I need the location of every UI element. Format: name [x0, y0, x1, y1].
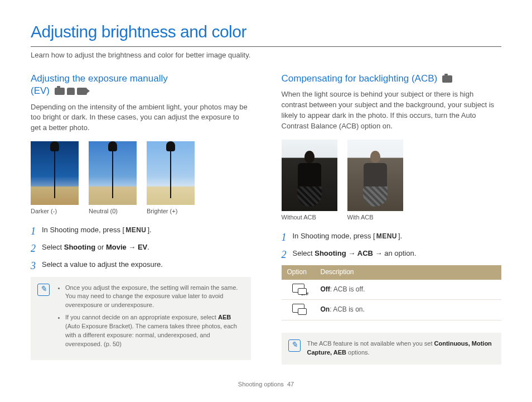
menu-button-label: MENU: [375, 232, 398, 241]
step-text: → an option.: [373, 249, 416, 257]
bold: Movie: [106, 243, 127, 251]
step-text: ].: [148, 226, 152, 234]
bold: Shooting: [315, 249, 346, 257]
caption-brighter: Brighter (+): [147, 207, 195, 216]
note-text: If you cannot decide on an appropriate e…: [65, 314, 218, 320]
note-item: Once you adjust the exposure, the settin…: [65, 284, 243, 310]
sample-without-acb: [282, 140, 337, 211]
page-footer: Shooting options 47: [31, 380, 501, 389]
page-title: Adjusting brightness and color: [31, 20, 501, 47]
acb-note-box: ✎ The ACB feature is not available when …: [282, 333, 502, 365]
menu-button-label: MENU: [124, 226, 147, 235]
ev-heading: Adjusting the exposure manually (EV): [31, 73, 251, 97]
page-number: 47: [287, 381, 294, 387]
acb-heading-text: Compensating for backlighting (ACB): [282, 73, 438, 84]
acb-off-icon: OFF: [292, 284, 304, 293]
step-text: or: [95, 243, 106, 251]
sample-neutral: [89, 141, 137, 205]
acb-step-1: In Shooting mode, press [MENU].: [282, 231, 502, 242]
cell-text: : ACB is off.: [330, 285, 365, 293]
note-icon: ✎: [288, 339, 301, 352]
camera-mode-icon: [442, 75, 452, 83]
ev-step-1: In Shooting mode, press [MENU].: [31, 225, 251, 236]
acb-intro: When the light source is behind your sub…: [282, 89, 502, 131]
video-mode-icon: [77, 88, 87, 95]
bold: ACB: [357, 249, 373, 257]
step-text: In Shooting mode, press [: [42, 226, 124, 234]
ev-step-3: Select a value to adjust the exposure.: [31, 260, 251, 270]
acb-sample-row: Without ACB With ACB: [282, 140, 502, 222]
acb-heading: Compensating for backlighting (ACB): [282, 73, 502, 85]
step-text: Select: [293, 249, 315, 257]
sample-darker: [31, 141, 79, 205]
acb-steps: In Shooting mode, press [MENU]. Select S…: [282, 231, 502, 259]
left-column: Adjusting the exposure manually (EV) Dep…: [31, 73, 251, 365]
anti-shake-mode-icon: [67, 88, 75, 95]
acb-on-icon: [292, 304, 304, 313]
step-text: Select: [42, 243, 64, 251]
right-column: Compensating for backlighting (ACB) When…: [282, 73, 502, 365]
table-header-option: Option: [282, 265, 315, 279]
table-row: On: ACB is on.: [282, 300, 502, 320]
ev-step-2: Select Shooting or Movie → EV.: [31, 242, 251, 253]
ev-note-box: ✎ Once you adjust the exposure, the sett…: [31, 277, 251, 361]
ev-intro: Depending on the intensity of the ambien…: [31, 102, 251, 134]
bold: On: [321, 305, 330, 313]
caption-neutral: Neutral (0): [89, 207, 137, 216]
camera-mode-icon: [55, 88, 65, 95]
step-text: .: [147, 243, 149, 251]
step-text: ].: [398, 232, 402, 240]
ev-steps: In Shooting mode, press [MENU]. Select S…: [31, 225, 251, 270]
caption-with-acb: With ACB: [347, 213, 403, 222]
note-text: The ACB feature is not available when yo…: [307, 340, 434, 347]
bold: Shooting: [64, 243, 95, 251]
ev-sample-row: Darker (-) Neutral (0) Brighter (+): [31, 141, 251, 216]
step-text: →: [346, 249, 357, 257]
caption-darker: Darker (-): [31, 207, 79, 216]
acb-options-table: Option Description OFF Off: ACB is off. …: [282, 265, 502, 320]
caption-without-acb: Without ACB: [282, 213, 337, 222]
sample-with-acb: [347, 140, 403, 211]
ev-heading-line2: (EV): [31, 85, 50, 96]
page-lead: Learn how to adjust the brightness and c…: [31, 50, 501, 61]
table-header-description: Description: [315, 265, 502, 279]
ev-heading-line1: Adjusting the exposure manually: [31, 73, 168, 84]
bold: AEB: [218, 314, 231, 320]
note-text: (Auto Exposure Bracket). The camera take…: [65, 323, 237, 347]
step-text: →: [127, 243, 138, 251]
footer-section: Shooting options: [238, 381, 284, 387]
note-icon: ✎: [37, 284, 50, 296]
bold: EV: [138, 243, 147, 251]
note-text: options.: [346, 349, 370, 356]
table-row: OFF Off: ACB is off.: [282, 280, 502, 300]
cell-text: : ACB is on.: [330, 305, 365, 313]
note-item: If you cannot decide on an appropriate e…: [65, 313, 243, 349]
bold: Off: [321, 285, 330, 293]
step-text: In Shooting mode, press [: [293, 232, 375, 240]
acb-step-2: Select Shooting → ACB → an option.: [282, 248, 502, 259]
sample-brighter: [147, 141, 195, 205]
